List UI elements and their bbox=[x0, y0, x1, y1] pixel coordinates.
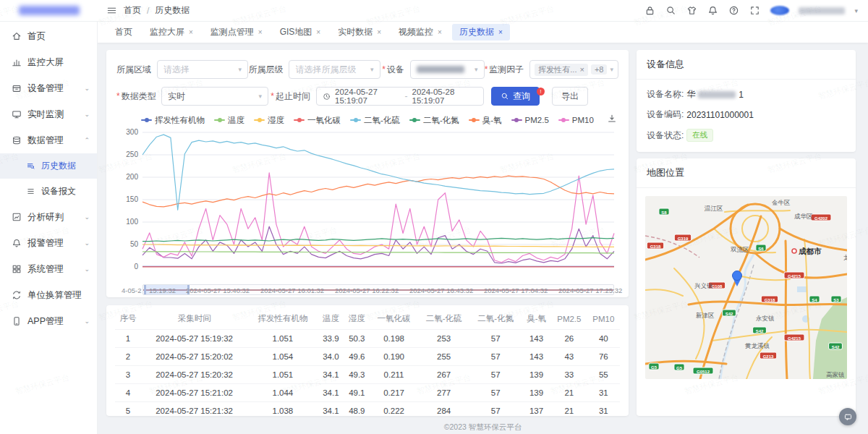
table-row[interactable]: 32024-05-27 15:20:321.05134.149.30.21126… bbox=[115, 366, 620, 384]
map-label-双流区: 双流区 bbox=[731, 246, 749, 253]
avatar[interactable] bbox=[770, 6, 789, 15]
legend-item-PM2.5[interactable]: PM2.5 bbox=[511, 116, 549, 124]
map-label-黄龙溪镇: 黄龙溪镇 bbox=[744, 342, 770, 349]
bell-icon[interactable] bbox=[707, 5, 719, 17]
svg-text:S6: S6 bbox=[758, 247, 764, 251]
legend-item-挥发性有机物[interactable]: 挥发性有机物 bbox=[141, 115, 205, 126]
region-select[interactable]: 请选择▾ bbox=[157, 60, 248, 79]
tab-实时数据[interactable]: 实时数据× bbox=[331, 24, 388, 41]
sidebar-item-实时监测[interactable]: 实时监测⌄ bbox=[0, 101, 97, 127]
sidebar-subitem-设备报文[interactable]: 设备报文 bbox=[0, 179, 97, 204]
col-header-二氧-化硫: 二氧-化硫 bbox=[418, 308, 470, 330]
sidebar-item-报警管理[interactable]: 报警管理⌄ bbox=[0, 230, 97, 256]
sidebar-item-APP管理[interactable]: APP管理⌄ bbox=[0, 308, 97, 334]
sidebar-item-设备管理[interactable]: 设备管理⌄ bbox=[0, 75, 97, 101]
x-axis-label: 2024-05-27 16:22:32 bbox=[335, 286, 399, 294]
factor-label: 监测因子 bbox=[485, 64, 530, 76]
tab-close-icon[interactable]: × bbox=[377, 28, 381, 36]
sidebar-item-首页[interactable]: 首页 bbox=[0, 23, 97, 49]
legend-item-二氧-化氮[interactable]: 二氧-化氮 bbox=[409, 115, 459, 126]
datatype-select[interactable]: 实时▾ bbox=[161, 87, 268, 106]
level-select[interactable]: 请选择所属层级▾ bbox=[289, 60, 380, 79]
col-header-一氧化碳: 一氧化碳 bbox=[370, 308, 418, 330]
search-icon[interactable] bbox=[665, 5, 677, 17]
map-view[interactable]: S8G4202G319G318S6G4215G108G318S4S3S42S42… bbox=[645, 196, 847, 379]
sidebar-item-数据管理[interactable]: 数据管理⌃ bbox=[0, 127, 97, 153]
device-select[interactable]: ▾ bbox=[410, 60, 485, 79]
tab-close-icon[interactable]: × bbox=[258, 28, 263, 36]
region-label: 所属区域 bbox=[116, 64, 157, 76]
sidebar-item-分析研判[interactable]: 分析研判⌄ bbox=[0, 204, 97, 230]
x-axis-label: 15:19:32 bbox=[149, 286, 176, 294]
download-chart-icon[interactable] bbox=[607, 114, 617, 127]
tab-首页[interactable]: 首页 bbox=[108, 24, 140, 41]
tab-close-icon[interactable]: × bbox=[316, 28, 320, 36]
timerange-picker[interactable]: 2024-05-27 15:19:07 - 2024-05-28 15:19:0… bbox=[316, 87, 484, 106]
line-chart[interactable]: 050100150200250300 bbox=[116, 128, 618, 281]
sidebar-item-监控大屏[interactable]: 监控大屏 bbox=[0, 49, 97, 75]
app-logo bbox=[0, 0, 98, 22]
legend-item-温度[interactable]: 温度 bbox=[214, 115, 244, 126]
svg-text:G213: G213 bbox=[763, 354, 774, 359]
main-area: 首页监控大屏×监测点管理×GIS地图×实时数据×视频监控×历史数据× 所属区域 … bbox=[98, 22, 868, 434]
username-blurred[interactable] bbox=[799, 7, 845, 14]
legend-item-湿度[interactable]: 湿度 bbox=[254, 115, 284, 126]
user-menu-chevron-icon[interactable]: ▾ bbox=[854, 7, 858, 14]
factor-multiselect[interactable]: 挥发性有...× +8 ▾ bbox=[529, 60, 618, 79]
col-header-湿度: 湿度 bbox=[344, 308, 370, 330]
datazoom-slider[interactable]: 4-05-215:19:322024-05-27 15:40:322024-05… bbox=[142, 284, 614, 295]
chat-fab-button[interactable] bbox=[839, 408, 856, 425]
col-header-二氧-化氮: 二氧-化氮 bbox=[469, 308, 522, 330]
tab-监控大屏[interactable]: 监控大屏× bbox=[142, 24, 200, 41]
chart-legend: 挥发性有机物温度湿度一氧化碳二氧-化硫二氧-化氮臭-氧PM2.5PM10 bbox=[116, 114, 618, 127]
series-PM10 bbox=[142, 173, 614, 263]
tab-close-icon[interactable]: × bbox=[498, 28, 503, 36]
factor-more-tag[interactable]: +8 bbox=[591, 64, 608, 75]
svg-text:50: 50 bbox=[130, 240, 139, 248]
tab-监测点管理[interactable]: 监测点管理× bbox=[203, 24, 270, 41]
lock-icon[interactable] bbox=[644, 5, 656, 17]
legend-item-一氧化碳[interactable]: 一氧化碳 bbox=[294, 115, 341, 126]
sys-icon bbox=[12, 264, 22, 274]
legend-item-二氧-化硫[interactable]: 二氧-化硫 bbox=[350, 115, 400, 126]
table-row[interactable]: 22024-05-27 15:20:021.05434.049.60.19025… bbox=[115, 348, 620, 366]
series-臭-氧 bbox=[142, 176, 614, 207]
logo-blurred bbox=[19, 6, 80, 15]
svg-text:G5: G5 bbox=[676, 366, 683, 370]
legend-item-臭-氧[interactable]: 臭-氧 bbox=[469, 115, 502, 126]
tab-close-icon[interactable]: × bbox=[189, 28, 193, 36]
sidebar-item-系统管理[interactable]: 系统管理⌄ bbox=[0, 256, 97, 282]
svg-text:S8: S8 bbox=[661, 210, 667, 215]
tab-GIS地图[interactable]: GIS地图× bbox=[273, 24, 328, 41]
tag-close-icon[interactable]: × bbox=[579, 65, 584, 74]
timerange-label: 起止时间 bbox=[268, 90, 316, 103]
theme-icon[interactable] bbox=[686, 5, 698, 17]
help-icon[interactable] bbox=[728, 5, 740, 17]
factor-tag[interactable]: 挥发性有...× bbox=[535, 64, 588, 76]
tab-历史数据[interactable]: 历史数据× bbox=[452, 24, 510, 41]
search-button[interactable]: 查询 bbox=[491, 87, 540, 106]
svg-text:200: 200 bbox=[126, 173, 138, 181]
analysis-icon bbox=[12, 212, 22, 222]
x-axis-label: 2024-05-27 15:40:32 bbox=[186, 286, 250, 294]
app-icon bbox=[12, 316, 22, 326]
fullscreen-icon[interactable] bbox=[749, 5, 761, 17]
svg-text:G4215: G4215 bbox=[788, 274, 801, 278]
hamburger-icon[interactable] bbox=[106, 5, 118, 17]
chevron-up-icon: ⌃ bbox=[84, 137, 90, 144]
export-button[interactable]: 导出 bbox=[552, 87, 588, 106]
table-row[interactable]: 42024-05-27 15:21:021.04434.149.10.21727… bbox=[115, 384, 620, 402]
tab-视频监控[interactable]: 视频监控× bbox=[391, 24, 449, 41]
svg-text:300: 300 bbox=[126, 128, 138, 136]
sidebar-subitem-历史数据[interactable]: 历史数据 bbox=[0, 153, 97, 179]
device-value-blurred bbox=[417, 66, 464, 73]
series-二氧-化硫 bbox=[142, 135, 614, 210]
legend-item-PM10[interactable]: PM10 bbox=[558, 116, 594, 124]
x-axis-label: 2024-05-27 17:04:32 bbox=[484, 286, 548, 294]
sidebar-item-单位换算管理[interactable]: 单位换算管理 bbox=[0, 282, 97, 308]
table-row[interactable]: 12024-05-27 15:19:321.05133.950.30.19825… bbox=[115, 330, 620, 348]
breadcrumb-home[interactable]: 首页 bbox=[124, 4, 141, 17]
x-axis-label: 2024-05-27 16:43:32 bbox=[409, 286, 473, 294]
table-row[interactable]: 52024-05-27 15:21:321.03834.148.90.22228… bbox=[115, 402, 620, 417]
tab-close-icon[interactable]: × bbox=[438, 28, 442, 36]
